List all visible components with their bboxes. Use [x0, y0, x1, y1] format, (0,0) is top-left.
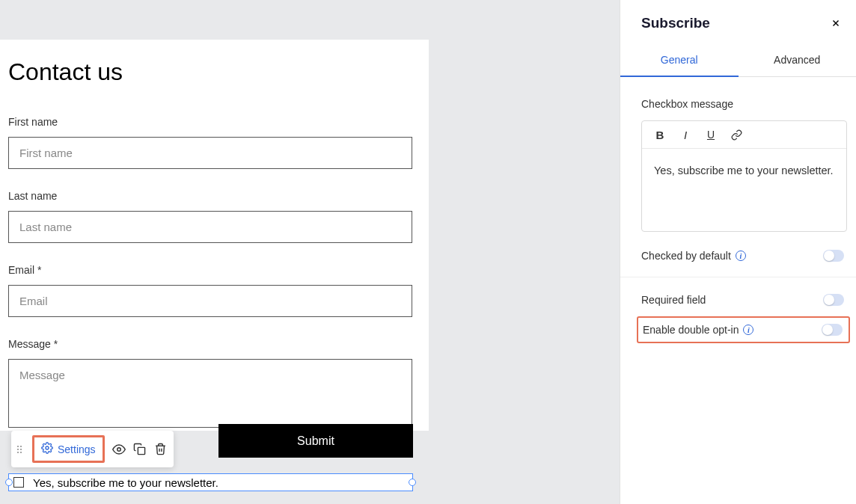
field-email: Email *: [8, 264, 429, 317]
bold-icon: B: [656, 129, 664, 141]
subscribe-checkbox-element[interactable]: Yes, subscribe me to your newsletter.: [8, 473, 413, 491]
required-field-row: Required field: [620, 277, 856, 306]
info-icon[interactable]: i: [743, 325, 753, 335]
settings-button[interactable]: Settings: [37, 439, 100, 459]
rich-text-editor: B I U Yes, subscribe me to your newslett…: [641, 120, 847, 232]
message-label: Message *: [8, 338, 429, 350]
italic-button[interactable]: I: [679, 129, 691, 141]
double-opt-in-text: Enable double opt-in: [643, 324, 739, 336]
panel-body: Checkbox message B I U Yes, subscribe me…: [620, 77, 856, 343]
link-icon: [731, 129, 742, 141]
duplicate-button[interactable]: [133, 443, 147, 456]
tab-general[interactable]: General: [620, 45, 739, 77]
svg-point-0: [46, 446, 49, 449]
delete-button[interactable]: [154, 443, 168, 456]
checked-by-default-text: Checked by default: [641, 250, 731, 262]
underline-icon: U: [707, 129, 715, 141]
editor-toolbar: B I U: [642, 121, 846, 149]
first-name-label: First name: [8, 116, 429, 128]
link-button[interactable]: [730, 129, 742, 141]
italic-icon: I: [684, 129, 687, 141]
underline-button[interactable]: U: [705, 129, 717, 141]
message-input[interactable]: [8, 359, 412, 428]
required-field-label: Required field: [641, 294, 706, 306]
svg-point-1: [117, 447, 120, 451]
eye-icon: [112, 443, 126, 456]
checkbox-icon: [13, 477, 24, 488]
first-name-input[interactable]: [8, 137, 412, 169]
info-icon[interactable]: i: [736, 251, 746, 261]
checkbox-message-label: Checkbox message: [641, 98, 847, 110]
submit-button[interactable]: Submit: [218, 424, 413, 458]
required-field-toggle[interactable]: [823, 294, 844, 306]
close-button[interactable]: [829, 16, 843, 30]
double-opt-in-label: Enable double opt-in i: [643, 324, 753, 336]
panel-header: Subscribe: [620, 0, 856, 45]
checked-by-default-toggle[interactable]: [823, 250, 844, 262]
panel-tabs: General Advanced: [620, 45, 856, 77]
editor-content[interactable]: Yes, subscribe me to your newsletter.: [642, 149, 846, 231]
settings-panel: Subscribe General Advanced Checkbox mess…: [620, 0, 856, 504]
settings-label: Settings: [58, 443, 96, 455]
form-card: Contact us First name Last name Email * …: [0, 40, 429, 431]
bold-button[interactable]: B: [654, 129, 666, 141]
email-input[interactable]: [8, 285, 412, 317]
field-last-name: Last name: [8, 190, 429, 243]
preview-button[interactable]: [112, 443, 126, 456]
gear-icon: [41, 442, 53, 456]
double-opt-in-row: Enable double opt-in i: [637, 316, 850, 343]
double-opt-in-toggle[interactable]: [822, 324, 843, 336]
close-icon: [831, 18, 841, 28]
checked-by-default-row: Checked by default i: [641, 250, 847, 262]
form-title: Contact us: [8, 58, 429, 86]
last-name-input[interactable]: [8, 211, 412, 243]
svg-rect-2: [138, 447, 144, 454]
field-first-name: First name: [8, 116, 429, 169]
last-name-label: Last name: [8, 190, 429, 202]
tab-advanced[interactable]: Advanced: [739, 45, 857, 76]
trash-icon: [154, 443, 167, 455]
subscribe-checkbox-text: Yes, subscribe me to your newsletter.: [33, 476, 218, 489]
email-label: Email *: [8, 264, 429, 276]
element-toolbar: Settings: [11, 431, 174, 467]
checked-by-default-label: Checked by default i: [641, 250, 746, 262]
drag-handle-icon[interactable]: [17, 446, 25, 453]
copy-icon: [133, 443, 146, 455]
settings-highlight: Settings: [32, 435, 105, 463]
field-message: Message *: [8, 338, 429, 431]
panel-title: Subscribe: [641, 15, 710, 31]
